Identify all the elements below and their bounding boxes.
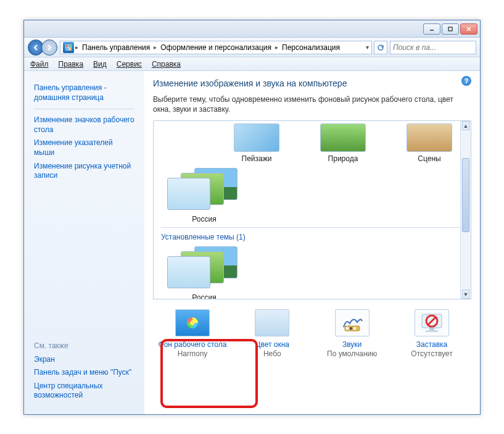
sidebar-link-pointers[interactable]: Изменение указателей мыши (34, 138, 134, 157)
sidebar-link-account-picture[interactable]: Изменение рисунка учетной записи (34, 162, 134, 181)
screensaver-setting[interactable]: Заставка Отсутствует (395, 309, 469, 357)
forward-button[interactable] (41, 40, 57, 56)
desktop-background-setting[interactable]: Фон рабочего стола Harmony (155, 309, 229, 357)
scroll-down-icon[interactable]: ▼ (462, 290, 469, 299)
saver-preview-icon (415, 309, 449, 336)
theme-item[interactable]: Россия (161, 168, 247, 223)
svg-rect-6 (69, 45, 71, 47)
sidebar-home-link[interactable]: Панель управления - домашняя страница (34, 83, 134, 102)
chevron-right-icon: ▸ (275, 44, 278, 51)
refresh-button[interactable] (374, 41, 387, 54)
content-area: ? Изменение изображения и звука на компь… (144, 71, 480, 414)
theme-item[interactable]: Природа (309, 123, 377, 163)
chevron-right-icon: ▸ (75, 44, 78, 51)
svg-rect-7 (66, 48, 68, 50)
theme-item[interactable]: Сцены (395, 123, 463, 163)
svg-rect-14 (429, 328, 434, 330)
help-icon[interactable]: ? (461, 76, 471, 86)
window-color-setting[interactable]: Цвет окна Небо (235, 309, 309, 357)
close-button[interactable] (460, 23, 477, 35)
settings-row: Фон рабочего стола Harmony Цвет окна Неб… (153, 299, 471, 357)
breadcrumb-seg2[interactable]: Оформление и персонализация (158, 43, 274, 52)
see-also-accessibility[interactable]: Центр специальных возможностей (34, 382, 134, 401)
svg-rect-15 (426, 330, 438, 332)
theme-thumb (407, 123, 452, 152)
menu-help[interactable]: Справка (152, 60, 181, 69)
scroll-up-icon[interactable]: ▲ (462, 121, 469, 130)
maximize-button[interactable] (442, 23, 459, 35)
theme-stack (167, 246, 241, 291)
chevron-right-icon: ▸ (154, 44, 157, 51)
control-panel-icon (63, 42, 74, 53)
scroll-thumb[interactable] (462, 158, 469, 232)
search-input[interactable]: Поиск в па... (390, 41, 476, 54)
theme-stack (167, 168, 241, 212)
page-heading: Изменение изображения и звука на компьют… (153, 78, 471, 88)
sidebar-link-icons[interactable]: Изменение значков рабочего стола (34, 115, 134, 135)
search-placeholder: Поиск в па... (393, 43, 436, 52)
theme-item[interactable]: Россия (161, 246, 247, 299)
control-panel-window: ▸ Панель управления ▸ Оформление и персо… (23, 20, 481, 415)
minimize-button[interactable] (423, 23, 440, 35)
menubar: Файл Правка Вид Сервис Справка (24, 57, 480, 71)
menu-edit[interactable]: Правка (59, 60, 84, 69)
installed-themes-label: Установленные темы (1) (161, 233, 463, 241)
svg-rect-1 (448, 27, 452, 31)
sounds-setting[interactable]: Звуки По умолчанию (315, 309, 389, 357)
navbar: ▸ Панель управления ▸ Оформление и персо… (24, 38, 480, 57)
themes-pane: Пейзажи Природа Сцены (153, 120, 471, 299)
see-also: См. также Экран Панель задач и меню "Пус… (34, 341, 134, 404)
sound-preview-icon (335, 309, 370, 336)
breadcrumb[interactable]: ▸ Панель управления ▸ Оформление и персо… (60, 41, 372, 54)
menu-file[interactable]: Файл (30, 60, 49, 69)
see-also-display[interactable]: Экран (34, 355, 134, 365)
svg-rect-11 (350, 327, 352, 330)
svg-rect-12 (353, 327, 356, 330)
svg-rect-8 (69, 48, 71, 50)
titlebar[interactable] (24, 20, 480, 38)
svg-rect-10 (346, 327, 349, 330)
breadcrumb-seg3[interactable]: Персонализация (279, 43, 342, 52)
sidebar: Панель управления - домашняя страница Из… (24, 71, 144, 414)
theme-thumb (234, 123, 279, 152)
menu-tools[interactable]: Сервис (117, 60, 142, 69)
svg-rect-5 (66, 45, 68, 47)
window-controls (423, 23, 477, 35)
breadcrumb-seg1[interactable]: Панель управления (80, 43, 152, 52)
color-preview-icon (255, 309, 289, 336)
theme-item[interactable]: Пейзажи (223, 123, 291, 163)
menu-view[interactable]: Вид (93, 60, 107, 69)
see-also-taskbar[interactable]: Панель задач и меню "Пуск" (34, 368, 134, 378)
page-subtitle: Выберите тему, чтобы одновременно измени… (153, 94, 471, 114)
see-also-label: См. также (34, 341, 134, 350)
chevron-down-icon[interactable]: ▾ (366, 44, 369, 51)
scrollbar[interactable]: ▲ ▼ (460, 121, 471, 299)
theme-thumb (320, 123, 366, 152)
bg-preview-icon (175, 309, 210, 336)
